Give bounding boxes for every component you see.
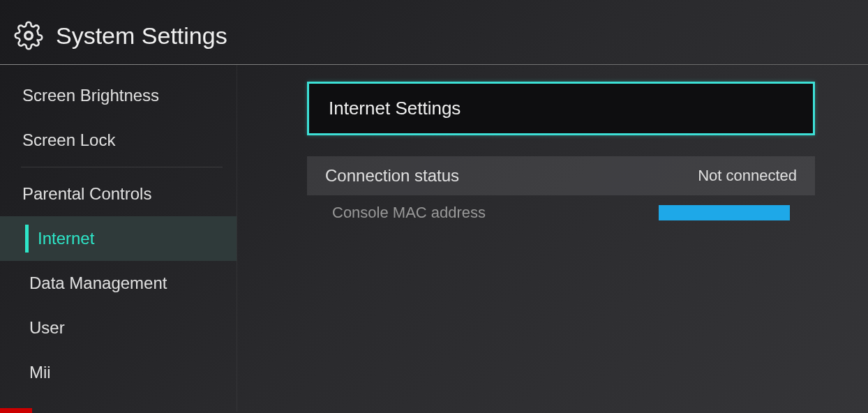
connection-status-label: Connection status <box>325 166 459 186</box>
connection-status-group: Connection status Not connected Console … <box>307 156 815 230</box>
internet-settings-button[interactable]: Internet Settings <box>307 82 815 135</box>
sidebar-item-label: Data Management <box>29 273 167 292</box>
sidebar-item-label: Mii <box>29 363 51 382</box>
mac-address-row: Console MAC address <box>307 195 815 230</box>
mac-address-label: Console MAC address <box>332 204 486 222</box>
progress-indicator <box>0 408 32 413</box>
sidebar-item-label: Parental Controls <box>22 184 151 203</box>
gear-icon <box>14 21 43 50</box>
main-panel: Internet Settings Connection status Not … <box>237 65 868 412</box>
sidebar-item-label: Internet <box>38 229 94 248</box>
connection-status-row[interactable]: Connection status Not connected <box>307 156 815 195</box>
mac-address-value-redacted <box>659 205 790 220</box>
sidebar-item-internet[interactable]: Internet <box>0 216 237 261</box>
sidebar-item-screen-lock[interactable]: Screen Lock <box>0 118 237 163</box>
sidebar-item-data-management[interactable]: Data Management <box>0 261 237 306</box>
connection-status-value: Not connected <box>698 167 797 185</box>
sidebar-item-label: Screen Brightness <box>22 86 159 105</box>
sidebar-item-parental-controls[interactable]: Parental Controls <box>0 172 237 216</box>
sidebar-item-user[interactable]: User <box>0 306 237 350</box>
sidebar-item-label: User <box>29 318 65 337</box>
sidebar-item-screen-brightness[interactable]: Screen Brightness <box>0 73 237 118</box>
internet-settings-label: Internet Settings <box>329 98 461 119</box>
header: System Settings <box>0 0 868 64</box>
svg-point-0 <box>25 32 33 40</box>
content: Screen Brightness Screen Lock Parental C… <box>0 65 868 412</box>
page-title: System Settings <box>56 22 227 50</box>
sidebar-divider <box>21 167 223 167</box>
sidebar: Screen Brightness Screen Lock Parental C… <box>0 65 237 412</box>
sidebar-item-label: Screen Lock <box>22 130 115 149</box>
sidebar-item-mii[interactable]: Mii <box>0 350 237 395</box>
